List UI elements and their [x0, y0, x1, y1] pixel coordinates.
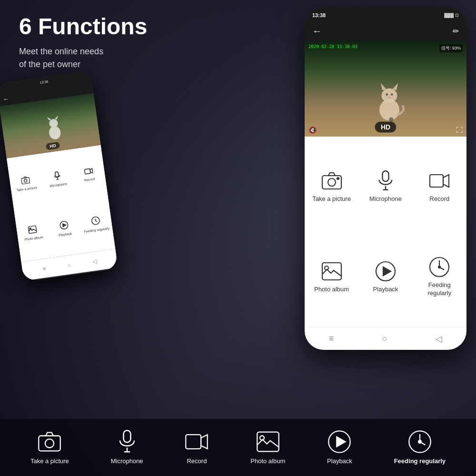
headline-section: 6 Functions Meet the online needs of the…: [19, 14, 147, 71]
bottom-func-photo-album[interactable]: Photo album: [250, 430, 285, 466]
svg-point-22: [388, 97, 391, 98]
mini-play-label: Playback: [59, 231, 72, 237]
func-record-label: Record: [429, 195, 449, 203]
mini-mic-label: Microphone: [50, 182, 67, 188]
bottom-record-icon: [185, 430, 208, 454]
func-feeding-label: Feedingregularly: [427, 281, 451, 298]
svg-point-39: [438, 266, 440, 268]
page-title: 6 Functions: [19, 14, 147, 40]
mini-feed-label: Feeding regularly: [84, 226, 110, 233]
svg-point-17: [382, 89, 397, 103]
mini-func-feed[interactable]: Feeding regularly: [77, 197, 115, 251]
play-func-icon: [375, 261, 396, 282]
camera-timestamp: 2020-02-28 13:38:03: [308, 44, 357, 49]
svg-point-5: [24, 179, 28, 182]
func-photo-album[interactable]: Photo album: [305, 232, 358, 322]
svg-rect-4: [21, 177, 30, 184]
volume-icon[interactable]: 🔇: [308, 126, 317, 134]
nav-back[interactable]: ◁: [436, 334, 442, 344]
nav-home[interactable]: ○: [382, 334, 387, 344]
bottom-func-microphone[interactable]: Microphone: [111, 430, 143, 466]
bottom-func-take-picture[interactable]: Take a picture: [30, 430, 69, 466]
subtitle: Meet the online needs of the pet owner: [19, 45, 147, 71]
svg-marker-14: [63, 223, 66, 227]
svg-point-25: [328, 178, 336, 186]
bottom-func-playback[interactable]: Playback: [327, 430, 352, 466]
phone-nav-bar: ≡ ○ ◁: [305, 327, 466, 350]
svg-point-54: [418, 440, 421, 443]
bottom-playback-label: Playback: [327, 457, 352, 466]
hd-badge: HD: [375, 121, 397, 133]
svg-point-41: [45, 439, 54, 447]
bottom-record-label: Record: [187, 457, 207, 466]
bottom-feed-icon: [408, 430, 432, 454]
bottom-album-icon: [256, 430, 280, 454]
mic-func-icon: [375, 170, 396, 191]
svg-rect-6: [55, 171, 59, 177]
svg-rect-9: [84, 169, 90, 174]
mini-camera-icon: [21, 176, 31, 186]
mini-play-icon: [59, 220, 69, 231]
expand-icon[interactable]: ⛶: [456, 126, 463, 134]
bottom-func-record[interactable]: Record: [185, 430, 208, 466]
bottom-play-icon: [327, 430, 351, 454]
nav-menu[interactable]: ≡: [329, 334, 334, 344]
mini-camera-label: Take a picture: [16, 186, 37, 192]
phone-notch: [357, 7, 414, 18]
svg-point-0: [48, 125, 61, 140]
mini-functions-grid: Take a picture Microphone: [7, 145, 116, 262]
func-microphone-label: Microphone: [369, 195, 402, 203]
svg-rect-40: [39, 436, 60, 451]
bottom-microphone-label: Microphone: [111, 457, 143, 466]
mini-feed-icon: [90, 216, 100, 227]
mini-mic-icon: [53, 171, 61, 182]
feed-func-icon: [429, 257, 450, 278]
bottom-take-picture-label: Take a picture: [30, 457, 69, 466]
func-playback-label: Playback: [373, 286, 398, 294]
phone-main: 13:38 ▓▓▓ ⊡ ← ✏: [305, 7, 466, 350]
svg-marker-18: [381, 83, 387, 90]
func-playback[interactable]: Playback: [358, 232, 412, 322]
svg-marker-19: [392, 83, 398, 90]
camera-func-icon: [321, 170, 342, 191]
mini-record-label: Record: [84, 177, 95, 182]
status-icons: ▓▓▓ ⊡: [444, 13, 459, 18]
bottom-feeding-label: Feeding regularly: [394, 457, 446, 466]
func-take-picture[interactable]: Take a picture: [305, 141, 358, 232]
bottom-photo-album-label: Photo album: [250, 457, 285, 466]
svg-marker-2: [47, 117, 51, 121]
svg-rect-42: [123, 430, 130, 442]
func-microphone[interactable]: Microphone: [358, 141, 412, 232]
func-record[interactable]: Record: [413, 141, 466, 232]
func-feeding[interactable]: Feedingregularly: [413, 232, 466, 322]
svg-rect-27: [382, 171, 388, 181]
svg-marker-35: [383, 267, 391, 276]
svg-rect-45: [186, 435, 201, 449]
album-func-icon: [321, 261, 342, 282]
signal-badge: 信号: 93%: [439, 44, 463, 52]
camera-view: 2020-02-28 13:38:03 信号: 93% 🔇 HD ⛶: [305, 41, 466, 137]
svg-line-8: [56, 179, 59, 179]
mini-album-icon: [28, 225, 38, 236]
bottom-func-feeding[interactable]: Feeding regularly: [394, 430, 446, 466]
app-header: ← ✏: [305, 20, 466, 41]
func-photo-album-label: Photo album: [314, 286, 349, 294]
status-time: 13:38: [312, 12, 326, 18]
back-button[interactable]: ←: [312, 26, 322, 37]
svg-point-20: [386, 93, 388, 96]
svg-rect-30: [430, 175, 443, 187]
func-take-picture-label: Take a picture: [312, 195, 351, 203]
bottom-mic-icon: [115, 430, 139, 454]
cat-image: [370, 79, 408, 122]
functions-panel: Take a picture Microphone: [305, 137, 466, 327]
record-func-icon: [429, 170, 450, 191]
svg-marker-46: [201, 435, 208, 449]
svg-marker-50: [337, 436, 346, 446]
svg-point-21: [391, 93, 393, 96]
svg-point-26: [337, 178, 339, 179]
mini-album-label: Photo album: [24, 235, 43, 241]
edit-button[interactable]: ✏: [453, 27, 459, 36]
mini-func-record[interactable]: Record: [69, 148, 108, 201]
mini-record-icon: [84, 167, 93, 177]
phone-secondary: 13:38 ← HD: [0, 70, 118, 282]
